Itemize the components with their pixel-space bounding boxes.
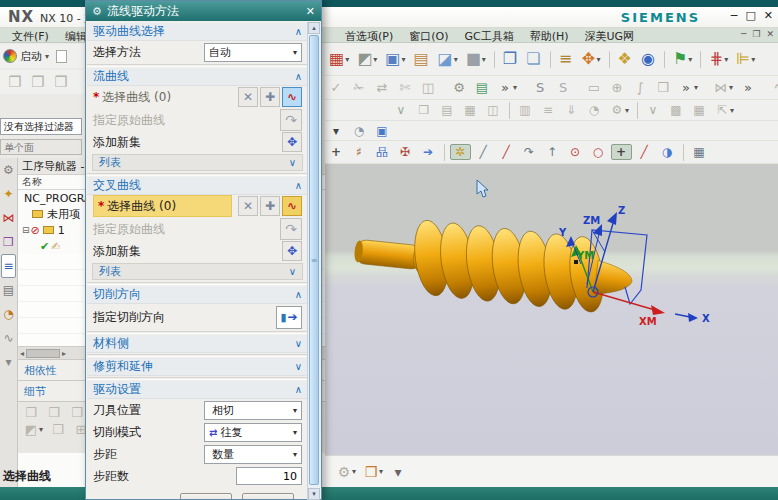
collapse-icon[interactable]: ∧ [295,26,302,37]
toolbar-icon[interactable]: ▤ [437,102,458,118]
scroll-right-icon[interactable]: ▸ [62,349,66,358]
toolbar-icon[interactable]: ✁ [349,79,370,96]
toolbar-icon[interactable]: »▾ [495,79,520,96]
expand-icon[interactable]: ∨ [289,266,296,277]
dropdown-caret[interactable]: ▾ [729,83,733,92]
toolbar-icon[interactable]: ▣▾ [382,49,408,69]
toolbar-icon[interactable]: ✥▾ [579,49,604,69]
toolbar-icon[interactable]: ∨ [643,102,664,118]
snap-icon[interactable] [683,144,684,161]
toolbar-icon[interactable]: ❒ [653,79,674,96]
snap-icon[interactable]: ↷ [519,144,540,160]
toolbar-icon[interactable]: ▦ [689,102,710,118]
scroll-up-icon[interactable]: ▴ [308,22,320,34]
toolbar-icon[interactable]: ⋈▾ [711,79,736,96]
snap-icon[interactable]: ✠ [395,144,416,160]
add-new-set-icon[interactable]: ✥ [282,241,302,261]
chevron-down-icon[interactable]: ▾ [45,52,49,61]
toolbar-icon[interactable]: ≡ [538,102,559,118]
toolbar-icon[interactable]: ❒ [414,102,435,118]
snap-icon[interactable]: ◑ [657,144,678,160]
toolbar-icon[interactable]: ⚙▾ [334,463,359,481]
section-cross-curve[interactable]: 交叉曲线 ∧ [87,177,308,195]
toolbar-icon[interactable] [550,51,551,68]
chevron-down-icon[interactable]: ▾ [293,428,297,437]
toolbar-icon[interactable]: ⇱▾ [712,102,737,118]
collapse-icon[interactable]: ⊟ [22,225,30,235]
toolbar-icon[interactable]: ⊫▾ [733,49,758,69]
collapse-icon[interactable]: ∧ [295,180,302,191]
graphics-viewport[interactable]: Z ZM Y YM XM X [325,164,778,455]
toolbar-icon[interactable]: ❒▾ [361,463,386,481]
resource-bar-icon[interactable]: ▤ [1,278,16,302]
snap-icon[interactable]: ╱ [634,144,655,160]
toolbar-icon[interactable]: ∫ [630,79,651,96]
dropdown-caret[interactable]: ▾ [401,55,405,64]
scroll-left-icon[interactable]: ◂ [20,349,24,358]
section-drive-settings[interactable]: 驱动设置 ∧ [87,381,308,399]
add-curve-icon[interactable]: ✚ [260,196,280,216]
toolbar-icon[interactable]: ≡ [556,49,577,69]
setting-combo[interactable]: 相切 ▾ [204,401,302,420]
toolbar-icon[interactable]: ❐ [500,49,521,69]
section-trim-extend[interactable]: 修剪和延伸 ∨ [87,358,308,376]
start-button[interactable]: 启动 [20,49,42,64]
toolbar-icon[interactable]: »▾ [676,79,701,96]
cross-list-bar[interactable]: 列表 ∨ [92,263,303,280]
toolbar-icon[interactable] [494,51,495,68]
toolbar-icon[interactable]: ◩▾ [21,421,46,438]
toolbar-icon[interactable]: ❒ [5,73,26,92]
dropdown-caret[interactable]: ▾ [730,106,734,115]
dropdown-caret[interactable]: ▾ [688,55,692,64]
section-flow-curve[interactable]: 流曲线 ∧ [87,68,308,86]
expand-icon[interactable]: ∨ [295,361,302,372]
toolbar-icon[interactable]: ⊕ [607,79,628,96]
toolbar-icon[interactable]: ▾ [388,463,409,481]
toolbar-icon[interactable]: ⚙▾ [607,102,632,118]
setting-combo[interactable]: ⇄ 往复 ▾ [204,423,302,442]
dialog-close-icon[interactable]: ✕ [306,5,315,18]
toolbar-icon[interactable]: ▦▾ [326,49,352,69]
mdi-restore-icon[interactable]: ❐ [752,29,760,39]
toolbar-icon[interactable]: S [553,79,574,96]
dropdown-caret[interactable]: ▾ [39,425,43,434]
snap-icon[interactable]: ✲ [450,144,471,160]
dropdown-caret[interactable]: ▾ [625,106,629,115]
toolbar-icon[interactable]: ⚑▾ [670,49,695,69]
snap-icon[interactable]: ▦ [689,144,710,160]
toolbar-icon[interactable]: ∿▾ [769,79,778,96]
select-method-combo[interactable]: 自动 ▾ [204,43,302,62]
toolbar-icon[interactable]: ✓ [326,79,347,96]
resource-bar-icon[interactable]: ⋈ [1,206,16,230]
snap-icon[interactable]: ↑ [542,144,563,160]
toolbar-icon[interactable]: ▩ [666,102,687,118]
toolbar-icon[interactable]: ▤ [472,79,493,96]
dropdown-caret[interactable]: ▾ [694,83,698,92]
mdi-minimize-icon[interactable]: ─ [741,29,746,39]
toolbar-icon[interactable]: ◫ [418,79,439,96]
flow-list-bar[interactable]: 列表 ∨ [92,154,303,171]
toolbar-icon[interactable]: S [530,79,551,96]
cut-direction-icon[interactable]: ▮ ➔ [276,306,302,329]
step-count-input[interactable] [236,467,302,485]
expand-icon[interactable]: ∨ [295,338,302,349]
toolbar-icon[interactable]: ▾ [326,123,347,139]
toolbar-icon[interactable]: ❒ [51,73,72,92]
spline-icon[interactable]: ↷ [280,109,302,131]
selected-highlight[interactable]: * 选择曲线 (0) [93,195,232,217]
curve-chain-icon[interactable]: ∿ [282,87,302,107]
toolbar-icon[interactable]: ⋕▾ [706,49,731,69]
toolbar-icon[interactable]: ◩▾ [354,49,380,69]
toolbar-icon[interactable]: ⇄ [372,79,393,96]
toolbar-icon[interactable]: ❒ [44,404,65,421]
resource-bar-icon[interactable]: ≡ [1,254,16,278]
ok-button[interactable] [180,493,232,499]
dropdown-caret[interactable]: ▾ [597,55,601,64]
toolbar-icon[interactable]: ◔ [584,102,605,118]
deselect-curve-icon[interactable]: ✕ [238,87,258,107]
toolbar-icon[interactable]: ▭ [584,79,605,96]
dropdown-caret[interactable]: ▾ [345,55,349,64]
dropdown-caret[interactable]: ▾ [724,55,728,64]
toolbar-icon[interactable]: ▥ [515,102,536,118]
collapse-icon[interactable]: ∧ [295,289,302,300]
